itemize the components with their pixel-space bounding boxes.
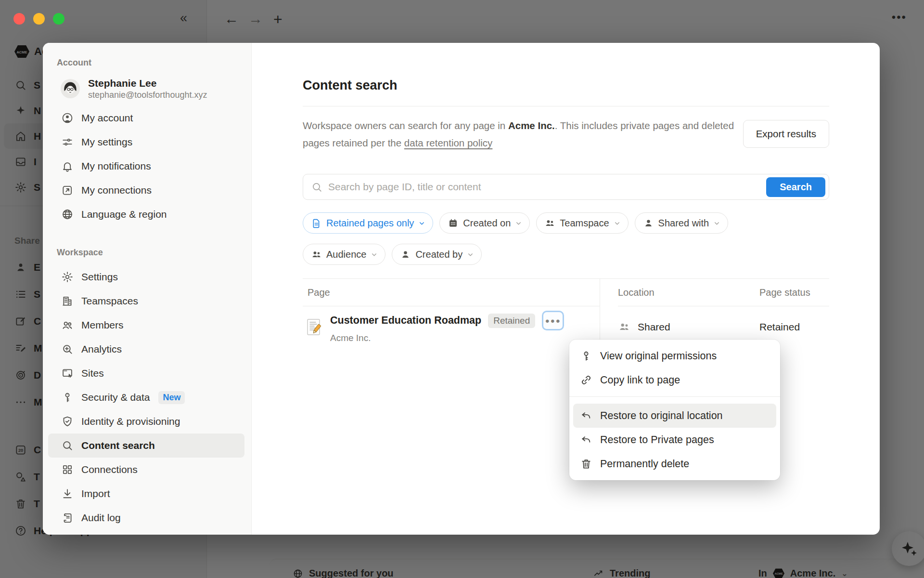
filter-chip-shared-with[interactable]: Shared with	[635, 212, 729, 234]
settings-nav-audit-log[interactable]: Audit log	[48, 506, 244, 530]
browser-icon	[61, 367, 74, 380]
person-circle-icon	[61, 112, 74, 124]
settings-nav-members[interactable]: Members	[48, 313, 244, 337]
page-icon	[311, 218, 322, 229]
key-icon	[580, 350, 592, 362]
row-context-menu: View original permissionsCopy link to pa…	[569, 340, 780, 480]
people-icon	[61, 319, 74, 331]
people-icon	[618, 321, 630, 333]
chart-search-icon	[61, 343, 74, 355]
workspace-menu-list: SettingsTeamspacesMembersAnalyticsSitesS…	[48, 265, 244, 530]
sliders-icon	[61, 136, 74, 148]
scroll-icon	[61, 512, 74, 524]
people-solid-icon	[544, 218, 555, 229]
settings-nav-my-settings[interactable]: My settings	[48, 130, 244, 154]
settings-nav-security-data[interactable]: Security & dataNew	[48, 385, 244, 409]
building-icon	[61, 295, 74, 307]
page-workspace-subtitle: Acme Inc.	[330, 333, 564, 343]
retained-badge: Retained	[488, 314, 535, 328]
filter-chips-row-1: Retained pages onlyCreated onTeamspaceSh…	[303, 212, 829, 234]
bell-icon	[61, 160, 74, 172]
chevron-down-icon	[467, 251, 474, 258]
search-icon	[311, 181, 323, 193]
undo-icon	[580, 434, 592, 446]
results-table: Page Customer Education Roadmap Retained…	[303, 278, 829, 348]
settings-nav-identity-provisioning[interactable]: Identity & provisioning	[48, 409, 244, 434]
account-menu-list: My accountMy settingsMy notificationsMy …	[48, 106, 244, 226]
shield-check-icon	[61, 415, 74, 428]
filter-chip-audience[interactable]: Audience	[303, 244, 385, 265]
menu-item-restore-to-private-pages[interactable]: Restore to Private pages	[573, 428, 776, 452]
search-bar: Search	[303, 174, 829, 200]
page-title-cell: Customer Education Roadmap	[330, 315, 481, 327]
search-input[interactable]	[328, 181, 829, 193]
settings-nav-teamspaces[interactable]: Teamspaces	[48, 289, 244, 313]
filter-chip-created-by[interactable]: Created by	[392, 244, 482, 265]
account-section-header: Account	[57, 57, 244, 68]
chevron-down-icon	[371, 251, 378, 258]
settings-nav-my-notifications[interactable]: My notifications	[48, 154, 244, 178]
user-name: Stephanie Lee	[88, 77, 207, 90]
menu-item-copy-link-to-page[interactable]: Copy link to page	[573, 368, 776, 392]
account-user[interactable]: Stephanie Lee stephanie@toolsforthought.…	[48, 75, 244, 102]
settings-nav-settings[interactable]: Settings	[48, 265, 244, 289]
calendar-icon	[448, 218, 459, 229]
filter-chip-created-on[interactable]: Created on	[439, 212, 530, 234]
table-row[interactable]: Customer Education Roadmap Retained ●●● …	[303, 306, 600, 348]
filter-chip-retained-pages-only[interactable]: Retained pages only	[303, 212, 433, 234]
settings-nav-connections[interactable]: Connections	[48, 458, 244, 482]
menu-item-permanently-delete[interactable]: Permanently delete	[573, 452, 776, 476]
globe-icon	[61, 208, 74, 221]
memo-page-icon	[306, 318, 322, 336]
column-header-page-status: Page status	[759, 279, 829, 306]
menu-item-view-original-permissions[interactable]: View original permissions	[573, 344, 776, 368]
zoom-window-button[interactable]	[53, 13, 64, 25]
page-title: Content search	[303, 77, 829, 94]
undo-icon	[580, 409, 592, 422]
column-header-page: Page	[303, 279, 600, 306]
user-email: stephanie@toolsforthought.xyz	[88, 90, 207, 101]
chevron-down-icon	[713, 220, 720, 227]
import-icon	[61, 487, 74, 500]
settings-nav-analytics[interactable]: Analytics	[48, 337, 244, 361]
export-results-button[interactable]: Export results	[743, 120, 829, 148]
page-description: Workspace owners can search for any page…	[303, 117, 736, 152]
settings-nav-content-search[interactable]: Content search	[48, 434, 244, 458]
key-icon	[61, 391, 74, 404]
person-solid-icon	[643, 218, 654, 229]
settings-nav-my-account[interactable]: My account	[48, 106, 244, 130]
workspace-section-header: Workspace	[57, 247, 244, 258]
menu-item-restore-to-original-location[interactable]: Restore to original location	[573, 404, 776, 428]
arrow-out-icon	[61, 184, 74, 197]
gear-icon	[61, 271, 74, 283]
row-more-button[interactable]: ●●●	[542, 311, 564, 330]
chevron-down-icon	[418, 220, 425, 227]
close-window-button[interactable]	[13, 13, 25, 25]
filter-chips-row-2: AudienceCreated by	[303, 244, 829, 265]
settings-nav-language-region[interactable]: Language & region	[48, 202, 244, 226]
avatar	[61, 79, 80, 98]
trash-icon	[580, 458, 592, 470]
content-search-panel: Content search Workspace owners can sear…	[252, 43, 880, 535]
column-header-location: Location	[618, 279, 759, 306]
person-solid-icon	[400, 249, 411, 260]
menu-divider	[569, 396, 780, 397]
search-button[interactable]: Search	[766, 177, 825, 197]
chevron-down-icon	[614, 220, 621, 227]
data-retention-policy-link[interactable]: data retention policy	[404, 137, 492, 148]
settings-nav-my-connections[interactable]: My connections	[48, 178, 244, 202]
link-icon	[580, 374, 592, 386]
traffic-lights	[13, 13, 64, 25]
chevron-down-icon	[515, 220, 522, 227]
filter-chip-teamspace[interactable]: Teamspace	[536, 212, 628, 234]
settings-nav-sites[interactable]: Sites	[48, 361, 244, 385]
title-divider	[303, 106, 829, 106]
search-icon	[61, 439, 74, 452]
settings-nav-import[interactable]: Import	[48, 482, 244, 506]
new-badge: New	[158, 391, 185, 404]
people-solid-icon	[311, 249, 322, 260]
settings-sidebar: Account Stephanie Lee stephanie@toolsfor…	[43, 43, 252, 535]
grid-icon	[61, 463, 74, 476]
minimize-window-button[interactable]	[33, 13, 45, 25]
